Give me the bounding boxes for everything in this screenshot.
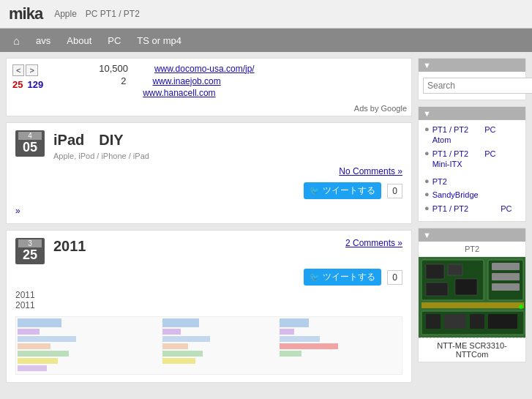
svg-rect-12 (162, 358, 195, 364)
post2-content2: 2011 (15, 300, 402, 310)
sidebar-links-header: ▼ (419, 107, 525, 120)
tweet-label-2: ツイートする (323, 271, 375, 283)
navigation: ⌂ avs About PC TS or mp4 (0, 29, 532, 52)
svg-rect-25 (455, 279, 477, 295)
sidebar-img-header: ▼ (419, 228, 525, 242)
post1-link[interactable]: » (15, 206, 20, 216)
svg-rect-28 (492, 283, 520, 291)
svg-rect-1 (18, 329, 40, 335)
svg-rect-24 (426, 283, 448, 296)
post1-date-box: 4 05 (15, 130, 45, 157)
svg-rect-23 (448, 264, 462, 275)
svg-rect-2 (18, 336, 76, 342)
bullet-icon: ● (424, 204, 430, 212)
tweet-icon-2: 🐦 (310, 272, 320, 282)
ad-footer: Ads by Google (354, 104, 407, 113)
sidebar-search-arrow: ▼ (423, 61, 431, 70)
list-item: ● PT1 / PT2 PC Mini-ITX (424, 149, 520, 170)
svg-rect-14 (280, 329, 294, 335)
sidebar-search-form: 🔍 (419, 72, 525, 100)
nav-item-ts-mp4[interactable]: TS or mp4 (130, 31, 189, 51)
sidebar-search-section: ▼ 🔍 (418, 58, 526, 100)
tweet-count-1: 0 (387, 184, 402, 198)
ad-link1[interactable]: www.docomo-usa.com/jp/ (154, 64, 255, 74)
svg-rect-29 (422, 302, 524, 308)
sidebar-img-arrow: ▼ (423, 231, 431, 239)
sidebar-links-list: ● PT1 / PT2 PC Atom ● PT1 / PT2 PC Mini-… (419, 120, 525, 221)
sidebar-link-0[interactable]: PT1 / PT2 PC Atom (432, 124, 520, 146)
sidebar-image-section: ▼ PT2 (418, 228, 526, 362)
sidebar-product-image (419, 257, 525, 338)
post1-day: 05 (18, 140, 42, 155)
ad-link3[interactable]: www.hanacell.com (143, 88, 215, 98)
svg-rect-9 (162, 336, 210, 342)
prev-button[interactable]: < (12, 64, 24, 76)
svg-rect-34 (488, 314, 517, 329)
sidebar: ▼ 🔍 ▼ ● PT1 / PT2 PC Atom ● PT1 / PT2 PC… (418, 58, 526, 383)
svg-rect-33 (470, 314, 484, 329)
svg-rect-3 (18, 343, 50, 349)
nav-home[interactable]: ⌂ (6, 30, 27, 51)
pagination-controls: < > (12, 64, 43, 76)
svg-rect-22 (426, 264, 444, 279)
post1-title-area: iPad DIY Apple, iPod / iPhone / iPad (53, 130, 149, 160)
svg-rect-10 (162, 343, 188, 349)
tweet-button-1[interactable]: 🐦 ツイートする (304, 182, 381, 199)
svg-rect-6 (18, 365, 47, 371)
ad-box: < > 25 129 10,500 www.docomo-usa.com/jp/ (6, 58, 412, 116)
svg-rect-8 (162, 329, 181, 335)
svg-rect-32 (444, 314, 466, 329)
post2-month: 3 (18, 239, 42, 247)
sidebar-link-3[interactable]: SandyBridge (432, 190, 479, 200)
sidebar-img-title: PT2 (419, 242, 525, 257)
sidebar-links-section: ▼ ● PT1 / PT2 PC Atom ● PT1 / PT2 PC Min… (418, 106, 526, 222)
nav-item-pc[interactable]: PC (100, 31, 128, 51)
post1-comments[interactable]: No Comments » (339, 166, 402, 176)
nav-item-avs[interactable]: avs (29, 31, 58, 51)
ad-number2: 2 (121, 75, 126, 86)
site-logo[interactable]: mika (9, 4, 42, 23)
svg-rect-16 (280, 343, 338, 349)
list-item: ● SandyBridge (424, 190, 520, 200)
sidebar-link-1[interactable]: PT1 / PT2 PC Mini-ITX (432, 149, 520, 170)
post2-title[interactable]: 2011 (53, 238, 86, 255)
post2-content1: 2011 (15, 290, 402, 300)
nav-item-about[interactable]: About (59, 31, 99, 51)
svg-rect-27 (492, 273, 520, 280)
bullet-icon: ● (424, 190, 430, 198)
sidebar-img-caption: NTT-ME SCR3310-NTTCom (419, 338, 525, 362)
tweet-button-2[interactable]: 🐦 ツイートする (304, 269, 381, 286)
svg-rect-11 (162, 351, 203, 357)
svg-rect-5 (18, 358, 58, 364)
svg-rect-15 (280, 336, 320, 342)
sidebar-links-arrow: ▼ (423, 109, 431, 118)
list-item: ● PT1 / PT2 PC (424, 204, 520, 214)
bullet-icon: ● (424, 176, 430, 185)
post1-footer: No Comments » (15, 166, 402, 176)
sidebar-search-header: ▼ (419, 59, 525, 72)
svg-rect-26 (492, 263, 520, 270)
bullet-icon: ● (424, 124, 430, 133)
svg-rect-7 (162, 318, 199, 327)
sidebar-link-4[interactable]: PT1 / PT2 PC (432, 204, 512, 214)
post2-comments[interactable]: 2 Comments » (345, 238, 402, 248)
post1-title[interactable]: iPad DIY (53, 130, 149, 150)
post2-header: 3 25 2011 2 Comments » (15, 238, 402, 264)
next-button[interactable]: > (26, 64, 37, 76)
content-area: < > 25 129 10,500 www.docomo-usa.com/jp/ (6, 58, 412, 383)
tweet-icon: 🐦 (310, 186, 320, 195)
header-links: Apple PC PT1 / PT2 (54, 8, 140, 20)
ad-link2[interactable]: www.inaejob.com (152, 76, 220, 86)
sidebar-link-2[interactable]: PT2 (432, 176, 447, 187)
svg-point-35 (519, 305, 523, 309)
svg-rect-0 (18, 318, 61, 327)
post2-day: 25 (18, 247, 42, 263)
tweet-count-2: 0 (387, 270, 402, 285)
home-icon: ⌂ (13, 34, 20, 47)
main-layout: < > 25 129 10,500 www.docomo-usa.com/jp/ (0, 52, 532, 389)
search-input[interactable] (423, 78, 532, 94)
tweet-label-1: ツイートする (323, 184, 375, 197)
list-item: ● PT1 / PT2 PC Atom (424, 124, 520, 146)
post1-categories: Apple, iPod / iPhone / iPad (53, 152, 149, 160)
ad-count1: 25 (12, 79, 23, 90)
